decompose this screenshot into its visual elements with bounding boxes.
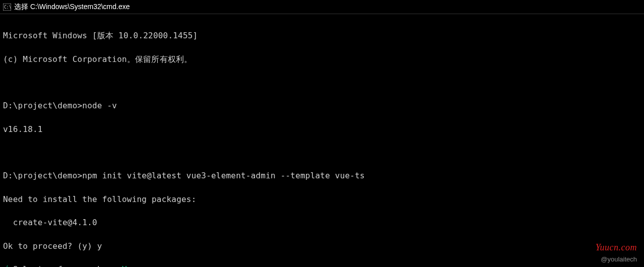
prompt-path: D:\project\demo> (3, 171, 82, 180)
output-line: Need to install the following packages: (3, 193, 641, 205)
output-line: v16.18.1 (3, 123, 641, 135)
window-title: 选择 C:\Windows\System32\cmd.exe (14, 3, 130, 12)
banner-line: (c) Microsoft Corporation。保留所有权利。 (3, 53, 641, 65)
prompt-line: D:\project\demo>node -v (3, 100, 641, 111)
output-line: create-vite@4.1.0 (3, 217, 641, 228)
watermark-handle: @youlaitech (601, 255, 637, 263)
window-titlebar[interactable]: C:\ 选择 C:\Windows\System32\cmd.exe (0, 0, 644, 14)
watermark-brand: Yuucn.com (596, 242, 637, 253)
check-icon: √ (3, 264, 8, 267)
prompt-line: D:\project\demo>npm init vite@latest vue… (3, 170, 641, 181)
blank-line (3, 77, 641, 88)
cmd-icon: C:\ (3, 4, 11, 11)
terminal-output[interactable]: Microsoft Windows [版本 10.0.22000.1455] (… (0, 14, 644, 267)
svg-text:C:\: C:\ (4, 5, 11, 10)
banner-line: Microsoft Windows [版本 10.0.22000.1455] (3, 30, 641, 41)
select-line: √ Select a framework: » Vue (3, 263, 641, 267)
blank-line (3, 147, 641, 158)
select-value: Vue (122, 264, 137, 267)
output-line: Ok to proceed? (y) y (3, 240, 641, 252)
select-label: Select a framework: » (8, 264, 122, 267)
prompt-path: D:\project\demo> (3, 101, 82, 110)
command-text: node -v (82, 101, 117, 110)
command-text: npm init vite@latest vue3-element-admin … (82, 171, 364, 180)
